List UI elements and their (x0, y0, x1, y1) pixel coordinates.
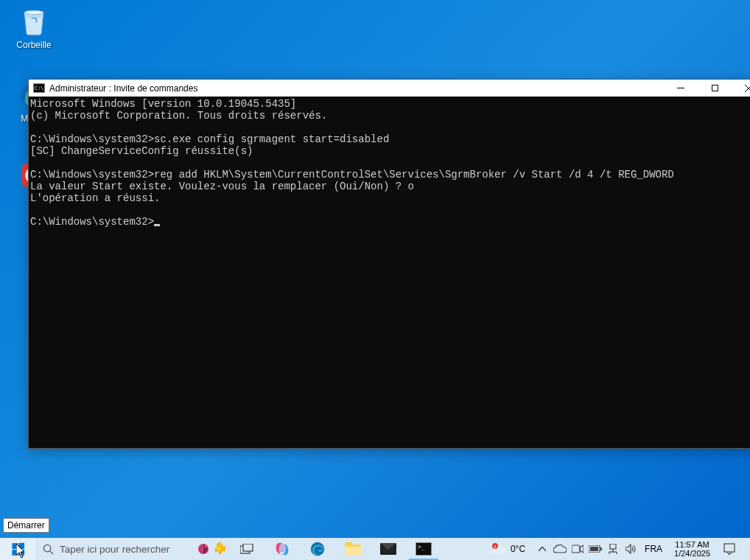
speaker-icon (625, 544, 637, 554)
cmd-icon: C:\ (33, 83, 45, 93)
term-line: (c) Microsoft Corporation. Tous droits r… (30, 110, 327, 122)
tray-chevron-up[interactable] (534, 538, 550, 560)
copilot-icon (274, 541, 290, 557)
weather-widget[interactable]: 1 0°C (484, 542, 533, 556)
clock[interactable]: 11:57 AM 1/24/2025 (668, 540, 716, 558)
start-button[interactable] (0, 538, 35, 560)
term-line: La valeur Start existe. Voulez-vous la r… (30, 181, 414, 192)
svg-point-8 (205, 545, 208, 547)
term-line: L'opération a réussi. (30, 192, 160, 204)
svg-point-10 (217, 546, 222, 551)
term-line: C:\Windows\system32>reg add HKLM\System\… (30, 169, 674, 181)
language-indicator[interactable]: FRA (640, 544, 667, 554)
window-title: Administrateur : Invite de commandes (49, 83, 197, 94)
task-view-button[interactable] (229, 538, 264, 560)
close-button[interactable] (732, 80, 750, 97)
tray-network[interactable] (605, 538, 621, 560)
svg-rect-4 (677, 88, 684, 88)
edge-taskbar-icon (309, 541, 326, 557)
system-tray: 1 0°C (484, 538, 750, 560)
taskbar: Taper ici pour rechercher (0, 538, 750, 560)
battery-icon (589, 545, 602, 553)
cmd-taskbar-icon: >_ (416, 542, 432, 556)
taskbar-file-explorer[interactable] (335, 538, 371, 560)
svg-point-5 (43, 545, 50, 551)
task-view-icon (240, 544, 253, 554)
recycle-bin-label: Corbeille (16, 40, 51, 50)
notification-icon (723, 543, 735, 555)
term-line: C:\Windows\system32>sc.exe config sgrmag… (30, 133, 389, 145)
svg-rect-27 (724, 544, 735, 552)
svg-rect-18 (572, 545, 580, 553)
weather-icon: 1 (491, 542, 508, 556)
folder-icon (345, 542, 361, 556)
taskbar-edge[interactable] (300, 538, 335, 560)
minimize-button[interactable] (664, 80, 698, 97)
mail-icon (380, 543, 396, 555)
network-icon (608, 544, 618, 554)
terminal-cursor (154, 224, 160, 226)
taskbar-mail[interactable] (371, 538, 406, 560)
term-line: [SC] ChangeServiceConfig réussite(s) (30, 145, 253, 157)
weather-temp: 0°C (511, 544, 525, 554)
search-box[interactable]: Taper ici pour rechercher (35, 538, 194, 560)
action-center-button[interactable] (718, 543, 741, 555)
svg-rect-22 (610, 544, 616, 549)
windows-logo-icon (12, 542, 24, 556)
maximize-button[interactable] (698, 80, 732, 97)
svg-rect-20 (600, 547, 602, 550)
svg-point-0 (24, 10, 43, 15)
meet-now-button[interactable] (194, 538, 229, 560)
cmd-window: C:\ Administrateur : Invite de commandes… (28, 79, 750, 449)
camera-icon (572, 545, 583, 553)
search-icon (43, 544, 54, 555)
titlebar[interactable]: C:\ Administrateur : Invite de commandes (29, 80, 750, 97)
term-line: Microsoft Windows [version 10.0.19045.54… (30, 98, 296, 110)
clock-time: 11:57 AM (675, 540, 709, 549)
taskbar-copilot[interactable] (264, 538, 300, 560)
start-tooltip: Démarrer (3, 518, 49, 533)
recycle-bin-icon (18, 4, 50, 37)
search-placeholder: Taper ici pour rechercher (60, 544, 169, 555)
cloud-icon (553, 545, 567, 553)
tray-onedrive[interactable] (552, 538, 568, 560)
svg-rect-12 (243, 544, 253, 551)
tray-volume[interactable] (623, 538, 639, 560)
chevron-up-icon (539, 547, 546, 551)
tray-battery[interactable] (587, 538, 603, 560)
taskbar-cmd[interactable]: >_ (406, 538, 441, 560)
recycle-bin[interactable]: Corbeille (6, 4, 62, 50)
clock-date: 1/24/2025 (674, 549, 710, 558)
meet-now-icon (196, 539, 227, 559)
svg-line-6 (50, 550, 53, 553)
terminal-output[interactable]: Microsoft Windows [version 10.0.19045.54… (29, 97, 750, 448)
tray-meet-now[interactable] (569, 538, 586, 560)
svg-rect-21 (590, 547, 598, 551)
term-line: C:\Windows\system32> (30, 216, 154, 228)
